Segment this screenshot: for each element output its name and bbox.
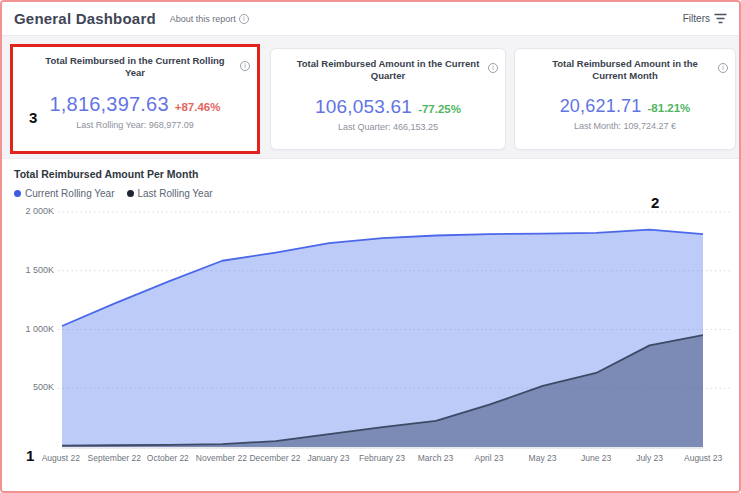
- x-axis-label: September 22: [88, 453, 142, 464]
- x-axis-label: April 23: [462, 453, 516, 464]
- x-axis-label: January 23: [302, 453, 356, 464]
- x-axis: August 22September 22October 22November …: [34, 453, 730, 464]
- x-axis-label: November 22: [195, 453, 249, 464]
- y-axis-label: 1 000K: [2, 324, 54, 334]
- legend-item-last-rolling-year[interactable]: Last Rolling Year: [127, 188, 213, 199]
- x-axis-label: July 23: [623, 453, 677, 464]
- annotation-number-2: 2: [651, 194, 659, 211]
- y-axis-label: 2 000K: [2, 206, 54, 216]
- annotation-number-1: 1: [26, 447, 34, 464]
- legend-dot-icon: [127, 190, 134, 197]
- filters-label: Filters: [683, 13, 710, 24]
- header-bar: General Dashboard About this report i Fi…: [2, 2, 739, 36]
- x-axis-label: October 22: [141, 453, 195, 464]
- info-icon[interactable]: i: [240, 61, 250, 71]
- about-this-report-link[interactable]: About this report i: [170, 14, 249, 24]
- about-label: About this report: [170, 14, 236, 24]
- filters-button[interactable]: Filters: [683, 13, 727, 24]
- legend-dot-icon: [14, 190, 21, 197]
- x-axis-label: March 23: [409, 453, 463, 464]
- chart-legend: Current Rolling Year Last Rolling Year: [14, 188, 213, 199]
- card-title: Total Reimbursed in the Current Rolling …: [13, 55, 257, 80]
- legend-label: Current Rolling Year: [25, 188, 115, 199]
- y-axis-label: 500K: [2, 382, 54, 392]
- card-value: 1,816,397.63: [50, 93, 169, 116]
- x-axis-label: June 23: [569, 453, 623, 464]
- annotation-highlight-box: Total Reimbursed in the Current Rolling …: [10, 44, 260, 154]
- dashboard-page: General Dashboard About this report i Fi…: [0, 0, 741, 493]
- x-axis-label: May 23: [516, 453, 570, 464]
- card-delta: +87.46%: [175, 101, 221, 113]
- kpi-card-rolling-year: Total Reimbursed in the Current Rolling …: [13, 47, 257, 151]
- x-axis-label: August 22: [34, 453, 88, 464]
- x-axis-label: August 23: [676, 453, 730, 464]
- legend-item-current-rolling-year[interactable]: Current Rolling Year: [14, 188, 115, 199]
- annotation-number-3: 3: [29, 109, 37, 126]
- y-axis-label: 1 500K: [2, 265, 54, 275]
- filter-icon: [714, 13, 727, 24]
- legend-label: Last Rolling Year: [138, 188, 213, 199]
- info-icon: i: [239, 14, 249, 24]
- page-title: General Dashboard: [14, 10, 156, 27]
- x-axis-label: December 22: [248, 453, 302, 464]
- chart-title: Total Reimbursed Amount Per Month: [14, 168, 198, 180]
- card-subtext: Last Rolling Year: 968,977.09: [13, 120, 257, 130]
- x-axis-label: February 23: [355, 453, 409, 464]
